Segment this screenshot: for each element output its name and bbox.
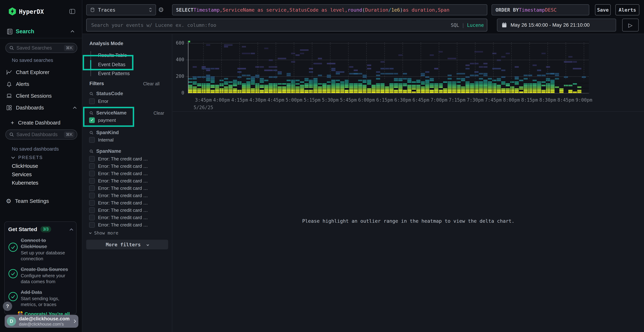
duration-heatmap-canvas[interactable] <box>173 34 644 111</box>
sidebar-item-client-sessions[interactable]: Client Sessions <box>6 93 52 99</box>
create-dashboard-button[interactable]: + Create Dashboard <box>11 120 60 126</box>
sidebar-item-team-settings[interactable]: ⚙ Team Settings <box>6 198 49 204</box>
alerts-button[interactable]: Alerts <box>616 4 639 16</box>
presets-toggle[interactable]: PRESETS <box>12 155 43 160</box>
checkbox-icon[interactable] <box>89 163 95 169</box>
sql-orderby-editor[interactable]: ORDER BY Timestamp DESC <box>492 4 589 16</box>
more-filters-button[interactable]: More filters <box>86 240 168 249</box>
line-chart-icon <box>6 69 12 76</box>
filter-option-payment[interactable]: payment <box>89 117 116 123</box>
sidebar-collapse-icon[interactable] <box>69 8 76 15</box>
lang-sql-option[interactable]: SQL <box>451 22 459 28</box>
filter-option-label: Internal <box>98 137 114 143</box>
filter-option-error[interactable]: Error <box>89 98 108 104</box>
filter-option-spanname-8[interactable]: Error: The credit card … <box>89 215 148 220</box>
run-query-button[interactable]: ▷ <box>622 18 639 32</box>
filter-option-spanname-7[interactable]: Error: The credit card … <box>89 207 148 213</box>
filter-option-label: Error: The credit card … <box>98 193 148 198</box>
chart-panel: Please highlight an outlier range in the… <box>173 34 644 332</box>
mode-event-deltas[interactable]: Event Deltas <box>98 62 126 68</box>
no-saved-searches-text: No saved searches <box>12 58 53 63</box>
check-circle-icon <box>8 242 18 252</box>
task-create-data-sources[interactable]: Create Data Sources Configure where your… <box>8 266 73 284</box>
search-icon[interactable] <box>89 111 94 116</box>
no-saved-dashboards-text: No saved dashboards <box>12 146 59 152</box>
divider <box>173 111 644 112</box>
search-icon <box>9 132 14 137</box>
filter-option-spanname-4[interactable]: Error: The credit card … <box>89 185 148 191</box>
sidebar-item-chart-explorer[interactable]: Chart Explorer <box>6 69 49 76</box>
filter-option-spanname-6[interactable]: Error: The credit card … <box>89 200 148 206</box>
filter-group-name: SpanKind <box>96 130 119 136</box>
get-started-progress-badge: 3/3 <box>40 226 51 232</box>
task-add-data[interactable]: Add Data Start sending logs, metrics, or… <box>8 289 73 308</box>
preset-item-services[interactable]: Services <box>12 172 32 178</box>
event-search-input[interactable] <box>86 18 487 32</box>
preset-item-clickhouse[interactable]: ClickHouse <box>12 163 38 169</box>
clear-all-link[interactable]: Clear all <box>143 81 160 86</box>
filter-option-spanname-0[interactable]: Error: The credit card … <box>89 156 148 162</box>
filter-option-spanname-9[interactable]: Error: The credit card … <box>89 222 148 228</box>
checkbox-icon[interactable] <box>89 207 95 213</box>
avatar: D <box>7 316 16 326</box>
show-more-link[interactable]: Show more <box>90 230 118 236</box>
checkbox-icon[interactable] <box>89 222 95 228</box>
dashboard-icon <box>6 104 12 111</box>
checkbox-icon[interactable] <box>89 185 95 191</box>
checkbox-icon[interactable] <box>89 171 95 176</box>
checkbox-icon[interactable] <box>89 137 95 143</box>
preset-item-kubernetes[interactable]: Kubernetes <box>12 180 38 186</box>
sidebar-item-dashboards[interactable]: Dashboards <box>6 104 76 111</box>
date-range-picker[interactable]: May 26 15:40:00 - May 26 21:10:00 <box>497 18 616 32</box>
get-started-collapse-icon[interactable] <box>70 228 73 232</box>
search-section-collapse-icon[interactable] <box>71 30 74 34</box>
filter-option-spanname-2[interactable]: Error: The credit card … <box>89 171 148 176</box>
filter-group-name: ServiceName <box>96 110 127 116</box>
mode-event-patterns[interactable]: Event Patterns <box>98 71 130 76</box>
user-org: dale@clickhouse.com's <box>19 322 73 327</box>
source-select[interactable]: Traces <box>86 4 156 16</box>
checkbox-icon[interactable] <box>89 215 95 220</box>
task-connect-clickhouse[interactable]: Connect to ClickHouse Set up your databa… <box>8 237 73 262</box>
checkbox-icon[interactable] <box>89 178 95 184</box>
checkbox-icon[interactable] <box>89 193 95 198</box>
save-button[interactable]: Save <box>595 4 611 16</box>
topbar: Traces ⚙ SELECT Timestamp, ServiceName a… <box>82 0 644 34</box>
filter-group-spanname: SpanName <box>89 148 121 154</box>
saved-dashboards-input[interactable]: Saved Dashboards ⌘K <box>5 130 77 140</box>
checkbox-icon[interactable] <box>89 156 95 162</box>
filter-option-spanname-5[interactable]: Error: The credit card … <box>89 193 148 198</box>
filter-option-spanname-3[interactable]: Error: The credit card … <box>89 178 148 184</box>
mode-results-table[interactable]: Results Table <box>98 52 127 58</box>
search-icon[interactable] <box>89 130 94 135</box>
checkbox-checked-icon[interactable] <box>89 117 95 123</box>
filter-option-label: Error <box>98 98 108 104</box>
filters-label: Filters <box>90 81 104 86</box>
checkbox-icon[interactable] <box>89 98 95 104</box>
check-circle-icon <box>8 269 18 278</box>
dashboards-collapse-icon[interactable] <box>73 106 76 110</box>
sidebar-item-alerts[interactable]: Alerts <box>6 81 29 87</box>
sidebar-item-search[interactable]: Search <box>16 28 34 35</box>
main-content: Analysis Mode Results Table Event Deltas… <box>82 34 644 332</box>
get-started-title: Get Started <box>8 226 37 232</box>
saved-searches-input[interactable]: Saved Searches ⌘K <box>5 43 77 53</box>
sql-select-editor[interactable]: SELECT Timestamp, ServiceName as service… <box>172 4 487 16</box>
search-icon[interactable] <box>89 92 94 96</box>
checkbox-icon[interactable] <box>89 200 95 206</box>
check-circle-icon <box>8 292 18 302</box>
chevron-down-icon <box>11 155 15 159</box>
search-icon[interactable] <box>89 149 94 154</box>
question-icon: ? <box>6 304 9 309</box>
help-button[interactable]: ? <box>3 302 12 311</box>
filter-option-label: Error: The credit card … <box>98 178 148 184</box>
journal-icon <box>6 28 13 35</box>
filter-option-internal[interactable]: Internal <box>89 137 114 143</box>
presets-label: PRESETS <box>18 155 43 160</box>
filter-option-label: Error: The credit card … <box>98 156 148 162</box>
user-menu[interactable]: D dale@clickhouse.com dale@clickhouse.co… <box>5 315 78 328</box>
source-settings-button[interactable]: ⚙ <box>158 6 164 14</box>
clear-servicename-link[interactable]: Clear <box>154 110 164 116</box>
lang-lucene-option[interactable]: Lucene <box>467 22 484 28</box>
filter-option-spanname-1[interactable]: Error: The credit card … <box>89 163 148 169</box>
